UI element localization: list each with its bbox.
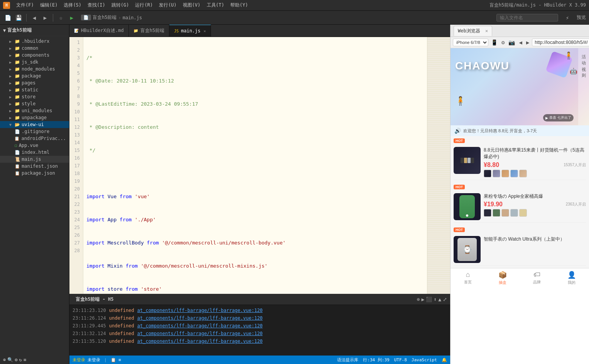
save-button[interactable]: 💾: [14, 13, 23, 22]
nav-item-brand[interactable]: 🏷 品牌: [520, 271, 555, 285]
browser-settings-btn[interactable]: ⚙: [500, 39, 506, 46]
back-button[interactable]: ◀: [30, 13, 39, 22]
activity-item-4[interactable]: 则: [580, 67, 587, 73]
breadcrumb-file[interactable]: main.js: [123, 15, 142, 20]
bottom-play-btn[interactable]: ▶: [422, 297, 425, 302]
sidebar: ▼ 盲盒h5前端 ▶ 📁 .hbuilderx ▶ 📁 common ▶ 📁 c…: [0, 25, 69, 364]
video-button[interactable]: ▶恭喜 七开出了: [543, 114, 574, 121]
bookmark-button[interactable]: ☆: [56, 13, 66, 22]
tree-item-js-sdk[interactable]: ▶ 📁 js_sdk: [0, 59, 69, 66]
log-link-2[interactable]: at_components/lff-barrage/lff-barrage.vu…: [137, 315, 263, 322]
tab-project-folder[interactable]: 📁 盲盒h5前端: [129, 25, 169, 37]
device-selector[interactable]: iPhone 6/7/8: [453, 39, 488, 46]
nav-item-home[interactable]: ⌂ 首页: [451, 271, 485, 285]
tree-item-package[interactable]: ▶ 📁 package: [0, 72, 69, 79]
tree-item-main-js[interactable]: 📜 main.js: [0, 156, 69, 163]
sidebar-action-btn1[interactable]: ⊕: [3, 357, 6, 362]
tab-hbuilderx-readme[interactable]: 📝 HBuilderX自述.md: [69, 25, 129, 37]
toolbar-separator: [26, 14, 27, 22]
menu-file[interactable]: 文件(F): [16, 2, 34, 8]
language-mode[interactable]: JavaScript: [412, 357, 437, 362]
encoding[interactable]: UTF-8: [394, 357, 407, 362]
nav-item-draw[interactable]: 📦 抽盒: [485, 271, 520, 285]
bottom-run-btn[interactable]: ⊕: [417, 297, 420, 302]
url-bar[interactable]: [532, 39, 589, 46]
swatch-2-5: [519, 209, 527, 217]
grammar-hint[interactable]: 语法提示库: [337, 357, 358, 363]
swatch-1-3: [501, 170, 509, 177]
tree-item-pages[interactable]: ▶ 📁 pages: [0, 79, 69, 86]
menu-edit[interactable]: 编辑(E): [40, 2, 58, 8]
bottom-stop-btn[interactable]: ⬛: [426, 297, 432, 302]
tree-item-uview-ui[interactable]: ▼ 📂 uview-ui: [0, 121, 69, 128]
tab-icon-folder: 📁: [133, 29, 138, 33]
menu-view[interactable]: 视图(V): [183, 2, 201, 8]
tree-item-package-json[interactable]: 📋 package.json: [0, 170, 69, 177]
sidebar-action-btn3[interactable]: ⚙: [15, 357, 17, 362]
tree-item-manifest-json[interactable]: 📋 manifest.json: [0, 163, 69, 170]
product-section-2: HOT 果粉专场の Apple全家桶高爆 ¥19.90 236: [451, 182, 589, 225]
brand-icon: 🏷: [533, 271, 540, 279]
tree-item-store[interactable]: ▶ 📁 store: [0, 93, 69, 100]
browser-forward-btn[interactable]: ▶: [525, 39, 530, 46]
bottom-expand-btn[interactable]: ⤢: [443, 297, 447, 302]
menu-help[interactable]: 帮助(Y): [230, 2, 248, 8]
menu-tools[interactable]: 工具(T): [207, 2, 224, 8]
swatch-1-4: [510, 170, 518, 177]
tab-main-js[interactable]: JS main.js ✕: [169, 25, 211, 37]
tree-item-components[interactable]: ▶ 📁 components: [0, 52, 69, 59]
product-card-1[interactable]: 8.8元日特惠&苹果15来袭丨好货随机一件（5连高爆必中) ¥8.80 1535…: [454, 145, 586, 180]
browser-tab-close[interactable]: ✕: [485, 28, 488, 34]
browser-back-btn[interactable]: ◀: [518, 39, 523, 46]
sidebar-action-btn5[interactable]: ≡: [24, 357, 26, 362]
log-link-5[interactable]: at_components/lff-barrage/lff-barrage.vu…: [137, 338, 263, 345]
file-search-input[interactable]: [496, 14, 558, 22]
menu-goto[interactable]: 跳转(G): [111, 2, 129, 8]
tab-close-button[interactable]: ✕: [204, 29, 206, 33]
tree-item-hbuilderx[interactable]: ▶ 📁 .hbuilderx: [0, 38, 69, 45]
log-link-1[interactable]: at_components/lff-barrage/lff-barrage.vu…: [137, 307, 263, 314]
tree-item-android-privacy[interactable]: 📋 androidPrivac...: [0, 135, 69, 142]
swatch-1-5: [519, 170, 527, 177]
product-img-3: ⌚: [454, 236, 481, 263]
new-file-button[interactable]: 📄: [3, 13, 12, 22]
activity-item-1[interactable]: 活: [580, 48, 587, 54]
browser-tab-web[interactable]: Web浏览器 ✕: [454, 26, 492, 36]
bottom-export-btn[interactable]: ⬆: [434, 297, 437, 302]
login-label[interactable]: 未登录: [88, 357, 100, 363]
menu-run[interactable]: 运行(R): [135, 2, 153, 8]
run-button[interactable]: ▶: [67, 13, 76, 22]
activity-item-2[interactable]: 动: [580, 54, 587, 61]
activity-item-3[interactable]: 视: [580, 61, 587, 67]
forward-button[interactable]: ▶: [41, 13, 50, 22]
bottom-up-btn[interactable]: ▲: [438, 297, 441, 302]
menu-find[interactable]: 查找(I): [88, 2, 105, 8]
sidebar-action-btn4[interactable]: ↻: [19, 357, 22, 362]
tree-item-app-vue[interactable]: ◻ App.vue: [0, 142, 69, 149]
log-link-4[interactable]: at_components/lff-barrage/lff-barrage.vu…: [137, 330, 263, 337]
preview-button[interactable]: 预览: [577, 14, 586, 21]
cursor-position[interactable]: 行:34 列:39: [363, 357, 389, 363]
tree-item-static[interactable]: ▶ 📁 static: [0, 86, 69, 93]
menu-publish[interactable]: 发行(U): [159, 2, 177, 8]
nav-label-brand: 品牌: [533, 280, 541, 285]
tree-item-common[interactable]: ▶ 📁 common: [0, 45, 69, 52]
tree-item-unpackage[interactable]: ▶ 📁 unpackage: [0, 114, 69, 121]
nav-item-profile[interactable]: 👤 我的: [554, 271, 589, 285]
tree-item-style[interactable]: ▶ 📁 style: [0, 100, 69, 107]
notifications[interactable]: 🔔: [442, 357, 447, 362]
tree-item-gitignore[interactable]: 📄 .gitignore: [0, 128, 69, 135]
menu-select[interactable]: 选择(S): [64, 2, 81, 8]
tree-item-node-modules[interactable]: ▶ 📁 node_modules: [0, 66, 69, 72]
sidebar-action-btn2[interactable]: 🔍: [7, 357, 13, 362]
filter-button[interactable]: ⚡: [563, 13, 572, 22]
browser-screenshot-btn[interactable]: 📷: [507, 39, 516, 46]
tree-item-index-html[interactable]: 📄 index.html: [0, 149, 69, 156]
login-status[interactable]: 未登录: [73, 357, 85, 363]
product-card-2[interactable]: 果粉专场の Apple全家桶高爆 ¥19.90 2363人开启: [454, 191, 586, 223]
product-card-3[interactable]: ⌚ 智能手表の Watch Ultra系列（上架中）: [454, 234, 586, 266]
code-editor[interactable]: 12345 678910 1112131415 1617181920 21222…: [69, 37, 450, 294]
breadcrumb-root[interactable]: 盲盒h5前端: [93, 14, 116, 21]
log-link-3[interactable]: at_components/lff-barrage/lff-barrage.vu…: [137, 322, 263, 329]
tree-item-uni-modules[interactable]: ▶ 📁 uni_modules: [0, 107, 69, 114]
